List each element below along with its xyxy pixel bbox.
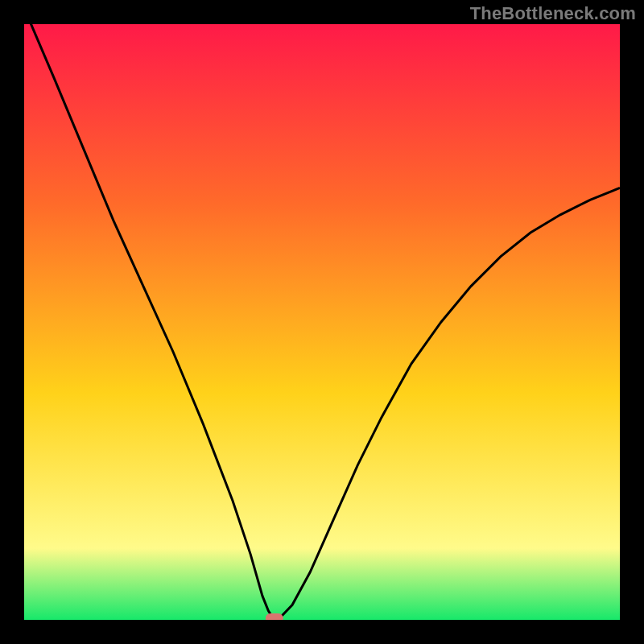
watermark-text: TheBottleneck.com [470,3,636,24]
chart-svg [24,24,620,620]
bottleneck-chart [24,24,620,620]
gradient-background [24,24,620,620]
optimum-marker [266,613,283,620]
chart-frame: TheBottleneck.com [0,0,644,644]
